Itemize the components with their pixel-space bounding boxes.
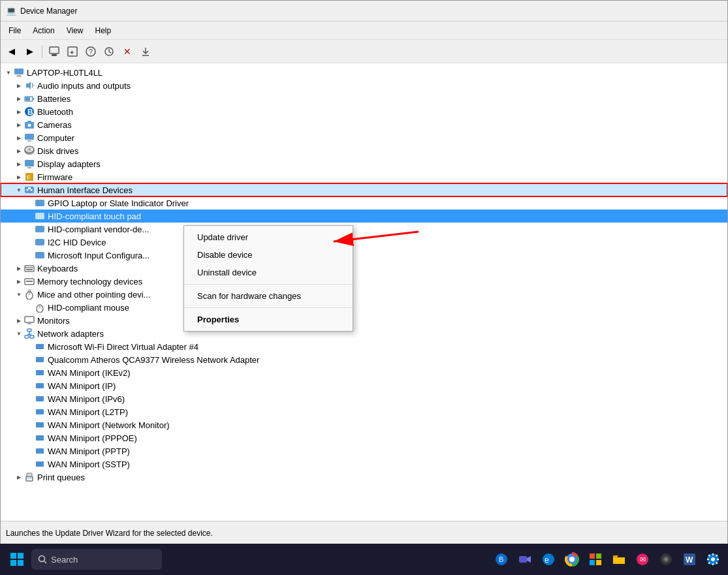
menu-view[interactable]: View [61,24,89,37]
svg-marker-84 [527,556,531,563]
tree-item-network[interactable]: ▼ Network adapters [1,327,727,340]
tree-item-computer[interactable]: ▶ Computer [1,131,727,144]
tree-item-firmware[interactable]: ▶ F Firmware [1,170,727,183]
tree-item-hid-vendor[interactable]: ▶ HID-compliant vendor-de... [1,223,727,236]
camera-icon [24,119,35,130]
tree-item-gpio[interactable]: ▶ GPIO Laptop or Slate Indicator Driver [1,196,727,210]
taskbar-edge[interactable]: e [539,550,558,569]
forward-button[interactable]: ▶ [22,43,39,60]
tree-item-wan-l2tp[interactable]: ▶ WAN Miniport (L2TP) [1,405,727,418]
svg-point-97 [665,558,667,561]
tree-item-wan-netmon[interactable]: ▶ WAN Miniport (Network Monitor) [1,418,727,431]
taskbar-mail[interactable]: ✉ [633,550,652,569]
svg-point-32 [31,189,33,191]
svg-rect-21 [25,134,34,140]
tree-item-qualcomm[interactable]: ▶ Qualcomm Atheros QCA9377 Wireless Netw… [1,353,727,366]
ctx-scan[interactable]: Scan for hardware changes [184,287,353,305]
ctx-disable-device[interactable]: Disable device [184,246,353,264]
expand-icon-mice: ▼ [14,289,24,300]
tree-item-wan-pppoe[interactable]: ▶ WAN Miniport (PPPOE) [1,431,727,444]
taskbar-word[interactable]: W [680,550,699,569]
properties-button[interactable] [46,43,63,60]
taskbar-search[interactable]: Search [31,549,162,570]
tree-root[interactable]: ▼ LAPTOP-HL0TL4LL [1,66,727,79]
ms-input-icon [35,250,45,260]
menu-bar: File Action View Help [1,22,727,40]
svg-rect-61 [36,357,44,362]
tree-item-memory[interactable]: ▶ Memory technology devices [1,275,727,288]
tree-item-display[interactable]: ▶ Display adapters [1,157,727,170]
tree-item-hid[interactable]: ▼ Human Interface Devices [1,183,727,196]
audio-icon [24,80,35,91]
svg-rect-46 [26,281,33,282]
svg-rect-76 [18,553,24,559]
tree-item-wan-ip[interactable]: ▶ WAN Miniport (IP) [1,379,727,392]
ctx-properties[interactable]: Properties [184,311,353,328]
device-tree: ▼ LAPTOP-HL0TL4LL ▶ Audio inputs and out… [1,63,727,521]
tree-item-wan-ikev2[interactable]: ▶ WAN Miniport (IKEv2) [1,366,727,379]
svg-point-31 [27,189,29,191]
menu-file[interactable]: File [3,24,26,37]
tree-item-keyboards[interactable]: ▶ Keyboards [1,262,727,275]
scan-hardware-button[interactable] [101,43,118,60]
tree-item-bluetooth[interactable]: ▶ B Bluetooth [1,105,727,118]
ctx-uninstall-device[interactable]: Uninstall device [184,264,353,281]
hid-mouse-label: HID-compliant mouse [48,303,129,313]
svg-rect-53 [27,323,31,324]
display-label: Display adapters [37,159,101,169]
tree-item-batteries[interactable]: ▶ Batteries [1,92,727,105]
ctx-update-driver[interactable]: Update driver [184,228,353,246]
tree-item-mice[interactable]: ▼ Mice and other pointing devi... [1,288,727,301]
tree-item-hid-touch[interactable]: ▶ HID-compliant touch pad [1,210,727,223]
svg-rect-9 [14,69,24,74]
hid-touch-icon [35,211,45,221]
menu-help[interactable]: Help [90,24,117,37]
tree-item-print[interactable]: ▶ Print queues [1,471,727,484]
taskbar-settings[interactable] [703,550,723,569]
search-placeholder: Search [51,555,78,565]
svg-rect-90 [596,553,601,559]
wan-ikev2-label: WAN Miniport (IKEv2) [48,368,131,378]
svg-marker-12 [26,82,31,89]
hid-vendor-icon [35,224,45,234]
expand-icon-hid: ▼ [14,185,24,195]
ctx-divider-1 [184,284,353,285]
back-button[interactable]: ◀ [3,43,20,60]
taskbar-store[interactable] [586,550,605,569]
batteries-label: Batteries [37,94,71,104]
tree-item-wifi-direct[interactable]: ▶ Microsoft Wi-Fi Direct Virtual Adapter… [1,340,727,353]
taskbar-chrome[interactable] [562,550,582,569]
taskbar-meet[interactable] [515,550,535,569]
svg-rect-0 [50,47,59,54]
tree-item-disk[interactable]: ▶ Disk drives [1,144,727,157]
taskbar-cortana[interactable]: B [492,550,511,569]
tree-item-cameras[interactable]: ▶ Cameras [1,118,727,131]
start-button[interactable] [5,548,29,571]
taskbar-audio-ctrl[interactable] [656,550,676,569]
wan-ipv6-label: WAN Miniport (IPv6) [48,394,125,404]
svg-rect-60 [36,344,44,349]
wan-pppoe-icon [35,433,45,443]
wan-ikev2-icon [35,367,45,378]
help-button[interactable]: ? [82,43,99,60]
tree-item-wan-pptp[interactable]: ▶ WAN Miniport (PPTP) [1,444,727,458]
tree-item-hid-mouse[interactable]: ▶ HID-compliant mouse [1,301,727,314]
remove-device-button[interactable]: ✕ [119,43,136,60]
svg-rect-40 [25,267,27,268]
tree-item-audio[interactable]: ▶ Audio inputs and outputs [1,79,727,92]
download-button[interactable] [137,43,154,60]
update-driver-button[interactable]: ✦ [64,43,81,60]
menu-action[interactable]: Action [27,24,59,37]
taskbar-explorer[interactable] [609,550,629,569]
disk-icon [24,146,35,156]
svg-rect-62 [36,370,44,375]
svg-point-101 [711,557,715,561]
tree-item-monitors[interactable]: ▶ Monitors [1,314,727,327]
svg-rect-69 [36,461,44,467]
hid-label: Human Interface Devices [37,185,133,195]
tree-item-wan-ipv6[interactable]: ▶ WAN Miniport (IPv6) [1,392,727,405]
tree-item-i2c[interactable]: ▶ I2C HID Device [1,236,727,249]
keyboard-icon [24,263,35,273]
tree-item-wan-sstp[interactable]: ▶ WAN Miniport (SSTP) [1,458,727,471]
tree-item-ms-input[interactable]: ▶ Microsoft Input Configura... [1,249,727,262]
